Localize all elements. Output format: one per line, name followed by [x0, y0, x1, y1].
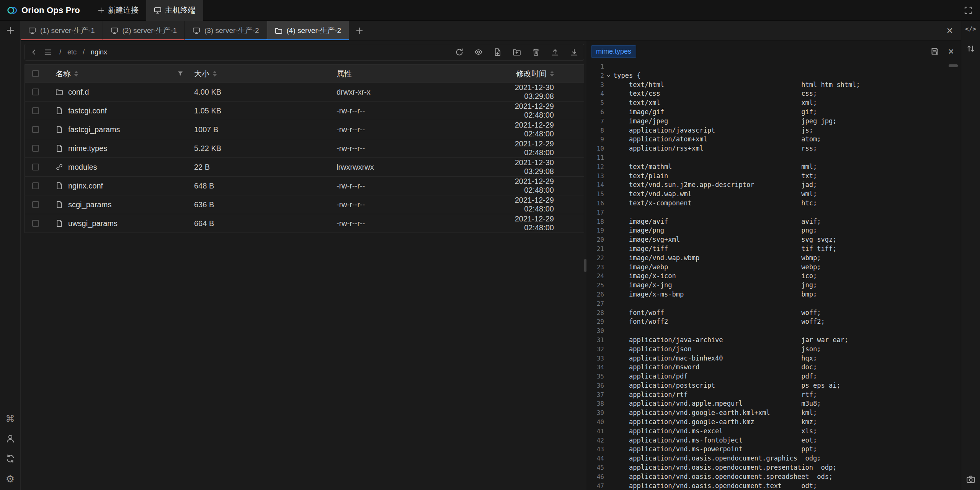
table-row[interactable]: mime.types5.22 KB-rw-r--r--2021-12-29 02… — [25, 139, 584, 157]
row-checkbox[interactable] — [32, 107, 39, 114]
breadcrumb-item[interactable]: etc — [67, 48, 77, 56]
sort-size-button[interactable] — [213, 71, 217, 77]
line-number: 36 — [586, 381, 604, 390]
file-icon — [56, 220, 63, 227]
close-terminal-button[interactable]: × — [939, 21, 961, 40]
sidebar-add-button[interactable] — [6, 26, 15, 34]
code-line: 38 application/vnd.apple.mpegurl m3u8; — [586, 399, 961, 408]
code-editor[interactable]: 12types {3 text/html html htm shtml;4 te… — [586, 62, 961, 490]
plus-icon — [356, 27, 363, 34]
code-text: text/x-component htc; — [613, 199, 817, 208]
terminal-tab[interactable]: (3) server-生产-2 — [185, 21, 267, 40]
fold-gutter — [604, 299, 613, 308]
table-row[interactable]: nginx.conf648 B-rw-r--r--2021-12-29 02:4… — [25, 176, 584, 195]
sort-mtime-button[interactable] — [550, 71, 554, 77]
code-line: 28 font/woff woff; — [586, 308, 961, 318]
editor-scrollbar[interactable] — [949, 64, 958, 67]
sync-button[interactable] — [6, 454, 15, 463]
row-checkbox[interactable] — [32, 220, 39, 227]
row-checkbox[interactable] — [32, 126, 39, 133]
add-tab-button[interactable] — [349, 21, 370, 40]
column-header-name: 名称 — [56, 69, 71, 79]
file-mtime: 2021-12-29 02:48:00 — [485, 196, 584, 213]
download-button[interactable] — [570, 48, 578, 56]
row-checkbox[interactable] — [32, 164, 39, 170]
code-line: 30 — [586, 326, 961, 336]
editor-close-button[interactable]: × — [948, 46, 954, 56]
table-row[interactable]: fastcgi.conf1.05 KB-rw-r--r--2021-12-29 … — [25, 101, 584, 120]
code-line: 35 application/pdf pdf; — [586, 372, 961, 381]
center-column: (1) server-生产-1(2) server-生产-1(3) server… — [21, 21, 961, 490]
editor-file-tab[interactable]: mime.types — [591, 45, 636, 58]
tabbar-spacer — [370, 21, 939, 40]
fold-gutter — [604, 235, 613, 244]
table-row[interactable]: conf.d4.00 KBdrwxr-xr-x2021-12-30 03:29:… — [25, 82, 584, 101]
user-button[interactable] — [6, 434, 15, 443]
new-folder-button[interactable] — [513, 48, 521, 56]
host-terminal-menu[interactable]: 主机终端 — [146, 0, 203, 21]
swap-panels-button[interactable] — [966, 44, 975, 53]
table-row[interactable]: scgi_params636 B-rw-r--r--2021-12-29 02:… — [25, 195, 584, 214]
back-button[interactable] — [30, 48, 38, 56]
fold-gutter — [604, 172, 613, 181]
table-row[interactable]: modules22 Blrwxrwxrwx2021-12-30 03:29:08 — [25, 157, 584, 176]
sync-icon — [6, 454, 15, 463]
file-plus-icon — [493, 48, 502, 56]
fold-chevron-icon[interactable] — [604, 71, 613, 80]
file-size: 1.05 KB — [192, 107, 333, 115]
sort-name-button[interactable] — [74, 71, 78, 77]
row-checkbox[interactable] — [32, 145, 39, 152]
code-text: text/plain txt; — [613, 172, 817, 181]
new-connection-button[interactable]: 新建连接 — [90, 0, 146, 21]
file-name: uwsgi_params — [68, 219, 118, 228]
file-manager-panel: /etc/nginx — [21, 41, 584, 490]
code-line: 44 application/vnd.oasis.opendocument.gr… — [586, 454, 961, 463]
select-all-checkbox[interactable] — [32, 70, 39, 77]
file-mtime: 2021-12-29 02:48:00 — [485, 177, 584, 195]
code-view-button[interactable]: </> — [965, 25, 976, 33]
table-row[interactable]: uwsgi_params664 B-rw-r--r--2021-12-29 02… — [25, 214, 584, 233]
terminal-tab[interactable]: (2) server-生产-1 — [103, 21, 185, 40]
row-checkbox[interactable] — [32, 88, 39, 95]
row-checkbox[interactable] — [32, 182, 39, 189]
row-checkbox[interactable] — [32, 201, 39, 208]
toggle-hidden-files-button[interactable] — [474, 48, 483, 56]
upload-button[interactable] — [551, 48, 559, 56]
fold-gutter — [604, 390, 613, 400]
commands-button[interactable]: ⌘ — [6, 414, 15, 423]
line-number: 11 — [586, 153, 604, 162]
tab-label: (3) server-生产-2 — [204, 26, 259, 36]
line-number: 34 — [586, 363, 604, 372]
fold-gutter — [604, 126, 613, 135]
code-text: application/vnd.google-earth.kml+xml kml… — [613, 408, 817, 418]
swap-vertical-icon — [966, 44, 975, 53]
file-manager-toolbar: /etc/nginx — [24, 44, 584, 61]
screenshot-button[interactable] — [966, 475, 975, 484]
code-text: image/png png; — [613, 226, 817, 235]
terminal-tabbar: (1) server-生产-1(2) server-生产-1(3) server… — [21, 21, 961, 41]
settings-button[interactable]: ⚙ — [6, 474, 15, 484]
fold-gutter — [604, 463, 613, 472]
delete-button[interactable] — [532, 48, 540, 56]
trash-icon — [532, 48, 540, 56]
new-file-button[interactable] — [493, 48, 502, 56]
terminal-tab[interactable]: (4) server-生产-2 — [267, 21, 350, 40]
refresh-button[interactable] — [455, 48, 464, 56]
fold-gutter — [604, 472, 613, 482]
code-line: 3 text/html html htm shtml; — [586, 80, 961, 90]
fullscreen-button[interactable] — [956, 0, 980, 21]
eye-icon — [474, 48, 483, 56]
code-text: image/x-jng jng; — [613, 281, 817, 290]
fold-gutter — [604, 418, 613, 427]
path-list-button[interactable] — [44, 48, 52, 56]
filter-button[interactable] — [177, 70, 183, 77]
code-icon: </> — [965, 25, 976, 33]
line-number: 43 — [586, 445, 604, 454]
breadcrumb-item[interactable]: nginx — [91, 48, 107, 56]
fold-gutter — [604, 345, 613, 354]
table-row[interactable]: fastcgi_params1007 B-rw-r--r--2021-12-29… — [25, 120, 584, 139]
terminal-tab[interactable]: (1) server-生产-1 — [21, 21, 103, 40]
line-number: 30 — [586, 326, 604, 336]
code-line: 46 application/vnd.oasis.opendocument.sp… — [586, 472, 961, 482]
save-button[interactable] — [931, 47, 939, 56]
